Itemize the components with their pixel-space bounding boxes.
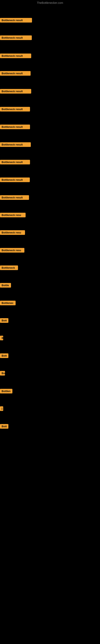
bottleneck-badge[interactable]: Bo: [0, 371, 5, 376]
bottleneck-badge[interactable]: |: [0, 406, 3, 411]
bottleneck-badge-row: |: [0, 406, 3, 412]
bottleneck-badge[interactable]: Bottleneck result: [0, 36, 32, 40]
bottleneck-badge-row: Bottleneck result: [0, 124, 30, 130]
bottleneck-badge-row: Bottleneck result: [0, 178, 30, 183]
bottleneck-badge-row: Bottlen: [0, 389, 12, 394]
bottleneck-badge[interactable]: Bottlen: [0, 389, 12, 394]
bottleneck-badge-row: Bottleneck resu: [0, 213, 26, 218]
bottleneck-badge-row: Bottleneck result: [0, 195, 29, 201]
bottleneck-badge-row: Bottleneck: [0, 266, 18, 271]
bottleneck-badge-row: Bottle: [0, 283, 11, 288]
bottleneck-badge[interactable]: Bott: [0, 354, 8, 358]
bottleneck-badge-row: Bottleneck result: [0, 36, 32, 41]
bottleneck-badge[interactable]: Bott: [0, 318, 8, 323]
bottleneck-badge-row: Bottleneck result: [0, 54, 31, 59]
bottleneck-badge[interactable]: Bottleneck: [0, 266, 18, 270]
bottleneck-badge[interactable]: Bottleneck result: [0, 142, 31, 147]
bottleneck-badge-row: B: [0, 336, 3, 341]
bottleneck-badge[interactable]: Bottleneck resu: [0, 248, 24, 252]
bottleneck-badge[interactable]: Bottleneck result: [0, 124, 30, 129]
bottleneck-badge[interactable]: Bottleneck result: [0, 178, 30, 182]
bottleneck-badge[interactable]: Bottleneck result: [0, 71, 31, 76]
bottleneck-badge-row: Bott: [0, 424, 8, 430]
bottleneck-badge-row: Bottleneck resu: [0, 230, 25, 236]
bottleneck-badge[interactable]: Bottleneck result: [0, 54, 31, 58]
bottleneck-badge-row: Bott: [0, 354, 8, 359]
bottleneck-badge[interactable]: Bottleneck resu: [0, 230, 25, 235]
bottleneck-badge-row: Bottlenec: [0, 301, 16, 306]
bottleneck-badge[interactable]: Bottleneck result: [0, 160, 30, 164]
bottleneck-badge[interactable]: Bottleneck result: [0, 195, 29, 200]
bottleneck-badge[interactable]: Bottle: [0, 283, 11, 288]
site-title: TheBottlenecker.com: [0, 0, 100, 6]
bottleneck-badge-row: Bottleneck resu: [0, 248, 24, 253]
bottleneck-badge-row: Bottleneck result: [0, 71, 31, 76]
bottleneck-badge-row: Bottleneck result: [0, 142, 31, 148]
bottleneck-badge-row: Bottleneck result: [0, 18, 32, 23]
bottleneck-badge-row: Bott: [0, 318, 8, 324]
bottleneck-badge[interactable]: Bottleneck resu: [0, 213, 26, 217]
bottleneck-badge[interactable]: Bott: [0, 424, 8, 429]
bottleneck-badge-row: Bottleneck result: [0, 89, 31, 94]
bottleneck-badge[interactable]: Bottleneck result: [0, 89, 31, 94]
bottleneck-badge[interactable]: Bottleneck result: [0, 18, 32, 22]
bottleneck-badge[interactable]: B: [0, 336, 3, 340]
bottleneck-badge-row: Bottleneck result: [0, 107, 30, 112]
bottleneck-badge-row: Bottleneck result: [0, 160, 30, 165]
bottleneck-badge[interactable]: Bottleneck result: [0, 107, 30, 112]
bottleneck-badge-row: Bo: [0, 371, 5, 376]
bottleneck-badge[interactable]: Bottlenec: [0, 301, 16, 305]
